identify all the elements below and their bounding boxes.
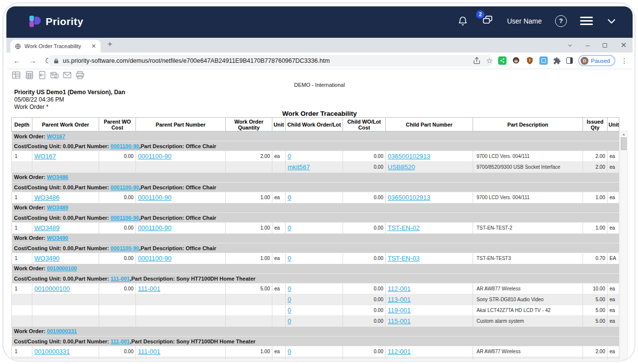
extension-share-icon[interactable] (498, 56, 506, 65)
scrollbar-up-arrow[interactable]: ▲ (620, 131, 627, 137)
back-icon[interactable]: ← (13, 56, 21, 65)
tab-close-icon[interactable]: ✕ (91, 43, 96, 49)
cell-child_part: TST-EN-02 (386, 223, 473, 234)
parent-work-order-link[interactable]: 0010000331 (34, 348, 70, 355)
child-work-order-link[interactable]: 0 (288, 255, 291, 262)
print-icon[interactable] (75, 70, 85, 80)
report-title: Work Order Traceability (6, 110, 633, 117)
group-part-number-link[interactable]: 0001100-90 (110, 143, 139, 149)
extensions-puzzle-icon[interactable] (553, 57, 561, 65)
cell-depth: 1 (12, 253, 32, 264)
child-part-number-link[interactable]: 112-001 (388, 285, 411, 292)
parent-part-number-link[interactable]: 0001100-90 (138, 255, 171, 262)
menu-icon[interactable] (580, 17, 593, 25)
child-work-order-link[interactable]: 0 (288, 224, 291, 232)
export-window-icon[interactable] (11, 70, 21, 80)
child-work-order-link[interactable]: 0 (288, 194, 291, 201)
forward-icon[interactable]: → (29, 56, 36, 65)
parent-part-number-link[interactable]: 111-001 (138, 285, 160, 292)
group-work-order-link[interactable]: WO3490 (47, 235, 68, 241)
child-part-number-link[interactable]: 119-001 (388, 307, 411, 314)
extension-shield-icon[interactable] (526, 56, 534, 65)
child-part-number-link[interactable]: 112-001 (388, 348, 411, 355)
column-header: Parent Work Order (32, 118, 99, 131)
parent-work-order-link[interactable]: WO3490 (34, 255, 59, 262)
child-part-number-link[interactable]: USB8520 (388, 163, 415, 171)
parent-part-number-link[interactable]: 0001100-90 (138, 194, 171, 201)
priority-logo-icon (28, 15, 41, 28)
cell-part_desc: Sony STR-DG810 Audio Video (473, 357, 583, 360)
child-part-number-link[interactable]: TST-EN-03 (388, 255, 420, 262)
parent-work-order-link[interactable]: 0010000100 (34, 285, 70, 292)
parent-part-number-link[interactable]: 0001100-90 (138, 224, 171, 232)
windows-stack-icon[interactable]: 2 (481, 14, 494, 27)
excel-export-icon[interactable] (24, 70, 34, 80)
cell-qty: 1.00 (226, 223, 272, 234)
child-work-order-link[interactable]: 0 (288, 359, 291, 360)
child-part-number-link[interactable]: 113-001 (388, 359, 411, 360)
table-row: 1WO34890.000001100-901.00ea00.00TST-EN-0… (12, 223, 619, 234)
group-header-text: Work Order: (14, 133, 47, 139)
minimize-icon[interactable]: – (586, 41, 590, 49)
scrollbar-thumb[interactable] (621, 137, 627, 150)
mail-icon[interactable] (62, 70, 72, 80)
column-header: Unit (608, 118, 619, 131)
parent-work-order-link[interactable]: WO167 (34, 153, 56, 160)
group-part-number-link[interactable]: 111-001 (110, 338, 130, 344)
group-part-number-link[interactable]: 111-001 (110, 276, 130, 282)
browser-menu-icon[interactable]: ⋮ (621, 57, 628, 65)
child-work-order-link[interactable]: mkit567 (288, 163, 310, 171)
child-work-order-link[interactable]: 0 (288, 348, 291, 355)
cell-parent_wo: 0010000331 (32, 346, 99, 357)
cell-issued_qty: 2.00 (583, 346, 608, 357)
extension-monkey-icon[interactable] (512, 56, 520, 65)
group-work-order-link[interactable]: WO167 (47, 133, 65, 139)
parent-work-order-link[interactable]: WO3486 (34, 194, 59, 201)
bookmark-star-icon[interactable]: ☆ (486, 56, 493, 65)
child-work-order-link[interactable]: 0 (288, 285, 291, 292)
side-panel-icon[interactable] (566, 57, 573, 64)
new-tab-button[interactable]: + (107, 39, 112, 49)
cell-depth: 1 (12, 284, 32, 294)
window-dropdown-icon[interactable] (567, 43, 573, 48)
child-part-number-link[interactable]: 113-001 (388, 296, 411, 303)
user-name[interactable]: User Name (507, 17, 542, 25)
group-work-order-link[interactable]: 0010000100 (47, 265, 77, 271)
child-work-order-link[interactable]: 0 (288, 153, 291, 160)
parent-work-order-link[interactable]: WO3489 (34, 224, 59, 232)
file-export-icon[interactable] (37, 70, 47, 80)
extension-blue-icon[interactable] (539, 56, 548, 65)
group-part-number-link[interactable]: 0001100-90 (110, 245, 139, 251)
cell-parent_wo (32, 294, 99, 305)
child-work-order-link[interactable]: 0 (288, 296, 291, 303)
parent-part-number-link[interactable]: 111-001 (138, 348, 160, 355)
maximize-icon[interactable] (603, 43, 607, 48)
cell-child_wo: 0 (286, 284, 343, 294)
group-part-number-link[interactable]: 0001100-90 (110, 184, 139, 190)
profile-paused-button[interactable]: D Paused (578, 55, 615, 66)
bell-icon[interactable] (457, 15, 468, 27)
group-work-order-link[interactable]: WO3489 (47, 205, 68, 210)
cell-parent_wo (32, 316, 99, 327)
share-icon[interactable] (473, 56, 481, 65)
window-close-icon[interactable]: ✕ (620, 41, 627, 50)
priority-logo[interactable]: Priority (28, 15, 83, 28)
cell-part_desc: Custom alarm system (473, 316, 583, 327)
child-part-number-link[interactable]: 036500102913 (388, 194, 430, 201)
help-icon[interactable]: ? (555, 15, 567, 27)
group-header-text: ,Part Description: Sony HT7100DH Home Th… (130, 276, 255, 282)
officelink-icon[interactable] (50, 70, 59, 80)
child-part-number-link[interactable]: TST-EN-02 (388, 224, 420, 232)
browser-tab[interactable]: Work Order Traceability ✕ (10, 40, 101, 52)
vertical-scrollbar[interactable]: ▲ (620, 131, 628, 360)
child-part-number-link[interactable]: 115-001 (388, 317, 411, 325)
child-part-number-link[interactable]: 036500102913 (388, 153, 430, 160)
child-work-order-link[interactable]: 0 (288, 317, 291, 325)
group-work-order-link[interactable]: WO3486 (47, 174, 68, 180)
address-bar[interactable]: us.priority-software.com/demus/root/netf… (48, 55, 493, 67)
group-part-number-link[interactable]: 0001100-90 (110, 215, 139, 221)
child-work-order-link[interactable]: 0 (288, 307, 291, 314)
group-work-order-link[interactable]: 0010000331 (47, 328, 77, 334)
parent-part-number-link[interactable]: 0001100-90 (138, 153, 171, 160)
chevron-down-icon[interactable] (606, 16, 617, 26)
